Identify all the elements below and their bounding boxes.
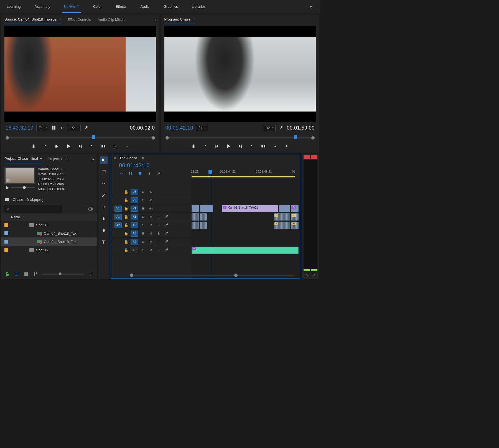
audio-clip[interactable]	[200, 213, 207, 221]
sync-lock-icon[interactable]: ⊟	[140, 190, 146, 194]
track-label[interactable]: V1	[131, 206, 138, 212]
timeline-settings-icon[interactable]	[157, 171, 161, 177]
source-tabs-overflow-icon[interactable]: »	[154, 18, 156, 22]
timeline-playhead-line[interactable]	[211, 172, 211, 279]
program-timecode-in[interactable]: 00:01:42:10	[166, 125, 194, 131]
timeline-playhead[interactable]	[210, 170, 210, 177]
source-timecode-duration[interactable]: 00:00:02:0	[130, 125, 155, 131]
program-button-editor-icon[interactable]: ＋	[284, 144, 289, 149]
timeline-zoom-scrollbar[interactable]	[194, 274, 294, 277]
workspace-tab-graphics[interactable]: Graphics	[162, 1, 180, 12]
timeline-ruler[interactable]: 39:21 00:01:44:21 00:01:49:21 00	[192, 170, 300, 178]
program-scrubber[interactable]	[164, 135, 316, 141]
source-settings-icon[interactable]	[51, 125, 57, 131]
audio-clip[interactable]: fx	[291, 222, 299, 229]
project-search-input[interactable]	[4, 205, 62, 212]
mute-button[interactable]: M	[148, 215, 154, 219]
track-label[interactable]: A1	[131, 214, 138, 220]
linked-selection-icon[interactable]	[138, 171, 142, 177]
toggle-output-icon[interactable]: 👁	[148, 199, 154, 202]
project-tab-active[interactable]: Project: Chase - final ≡	[4, 155, 43, 163]
project-list-header[interactable]: Name ⌃	[1, 214, 97, 221]
workspace-menu-icon[interactable]: ≡	[77, 4, 79, 8]
program-mark-out-button[interactable]	[249, 144, 254, 149]
voice-over-icon[interactable]: 🎤	[163, 240, 169, 244]
workspace-tab-assembly[interactable]: Assembly	[33, 1, 52, 12]
timeline-timecode[interactable]: 00:01:42:10	[111, 162, 300, 170]
program-lift-button[interactable]	[261, 144, 266, 149]
sequence-name[interactable]: The-Chase	[119, 156, 137, 160]
program-play-button[interactable]	[226, 144, 231, 149]
bin-row-shot18[interactable]: ⌄ Shot 18	[1, 221, 97, 229]
voice-over-icon[interactable]: 🎤	[163, 232, 169, 235]
effect-controls-tab[interactable]: Effect Controls	[67, 16, 91, 24]
track-header-v2[interactable]: 🔒 V2 ⊟ 👁	[111, 196, 192, 204]
thumb-play-button[interactable]	[4, 185, 10, 191]
track-header-a5[interactable]: 🔒 A5 ⊟ M S 🎤	[111, 246, 192, 254]
hand-tool[interactable]	[100, 226, 108, 234]
track-area[interactable]: fx Cam05_Shot19_Take01 fx fx fx fx	[192, 179, 300, 279]
source-playhead-icon[interactable]	[92, 135, 95, 139]
sync-lock-icon[interactable]: ⊟	[140, 232, 146, 235]
sync-lock-icon[interactable]: ⊟	[140, 198, 146, 202]
workspace-tab-editing[interactable]: Editing ≡	[62, 0, 81, 13]
program-tab[interactable]: Program: Chase ≡	[164, 16, 195, 24]
list-view-icon[interactable]	[14, 271, 19, 277]
source-play-button[interactable]	[66, 144, 71, 149]
track-select-tool[interactable]	[100, 168, 108, 176]
expand-icon[interactable]: ⌄	[24, 224, 27, 227]
audio-clip[interactable]: fx	[274, 213, 290, 221]
label-swatch[interactable]	[4, 248, 8, 252]
label-swatch[interactable]	[4, 231, 8, 235]
insert-sequence-icon[interactable]	[119, 171, 123, 177]
audio-clip-mixer-tab[interactable]: Audio Clip Mixer:	[97, 16, 125, 24]
track-header-a4[interactable]: 🔒 A4 ⊟ M S 🎤	[111, 238, 192, 246]
source-mark-in-button[interactable]	[43, 144, 48, 149]
close-sequence-icon[interactable]: ×	[114, 156, 116, 160]
source-patch[interactable]: A2	[114, 222, 122, 228]
slip-tool[interactable]	[100, 203, 108, 211]
thumb-scrubber[interactable]	[11, 187, 35, 188]
track-label[interactable]: A2	[131, 222, 138, 228]
audio-clip[interactable]: fx	[291, 213, 299, 221]
source-tab[interactable]: Source: Cam04_Shot18_Take02 ≡	[4, 16, 61, 24]
track-label[interactable]: A5	[131, 247, 138, 253]
program-resolution-dropdown[interactable]: 1/2	[263, 125, 276, 131]
track-header-v3[interactable]: 🔒 V3 ⊟ 👁	[111, 188, 192, 196]
write-lock-icon[interactable]	[4, 271, 10, 277]
project-tab-other[interactable]: Project: Chas	[47, 156, 70, 163]
sync-lock-icon[interactable]: ⊟	[140, 240, 146, 244]
clip-row-1[interactable]: Cam04_Shot18_Tak	[1, 229, 97, 237]
track-header-a1[interactable]: A1 🔒 A1 ⊟ M S 🎤	[111, 213, 192, 221]
clip-row-2[interactable]: Cam04_Shot18_Tak	[1, 237, 97, 246]
video-clip[interactable]: fx	[291, 205, 299, 212]
sync-lock-icon[interactable]: ⊟	[140, 223, 146, 227]
solo-button[interactable]: S	[156, 240, 162, 244]
audio-clip[interactable]	[192, 222, 199, 229]
label-swatch[interactable]	[4, 240, 8, 244]
source-video-area[interactable]	[4, 26, 156, 122]
source-insert-button[interactable]	[101, 144, 106, 149]
toggle-output-icon[interactable]: 👁	[148, 207, 154, 210]
freeform-view-icon[interactable]	[33, 271, 38, 277]
workspace-tab-color[interactable]: Color	[91, 1, 103, 12]
label-swatch[interactable]	[4, 223, 8, 227]
program-wrench-icon[interactable]	[278, 125, 284, 131]
lock-icon[interactable]: 🔒	[123, 198, 129, 202]
mute-button[interactable]: M	[148, 240, 154, 244]
snap-icon[interactable]	[128, 171, 133, 177]
lock-icon[interactable]: 🔒	[123, 248, 129, 252]
ripple-edit-tool[interactable]	[100, 180, 108, 188]
lock-icon[interactable]: 🔒	[123, 190, 129, 194]
workspace-tab-learning[interactable]: Learning	[5, 1, 22, 12]
mute-button[interactable]: M	[148, 232, 154, 235]
thumbnail-size-slider[interactable]	[42, 274, 84, 275]
poster-frame-icon[interactable]	[5, 178, 11, 183]
sort-icon[interactable]	[88, 271, 93, 277]
razor-tool[interactable]	[100, 191, 108, 199]
track-label[interactable]: A4	[131, 239, 138, 245]
lock-icon[interactable]: 🔒	[123, 206, 129, 211]
solo-button[interactable]: S	[156, 224, 162, 227]
timeline-tab-menu-icon[interactable]: ≡	[142, 156, 144, 160]
source-resolution-dropdown[interactable]: 1/2	[68, 125, 81, 131]
